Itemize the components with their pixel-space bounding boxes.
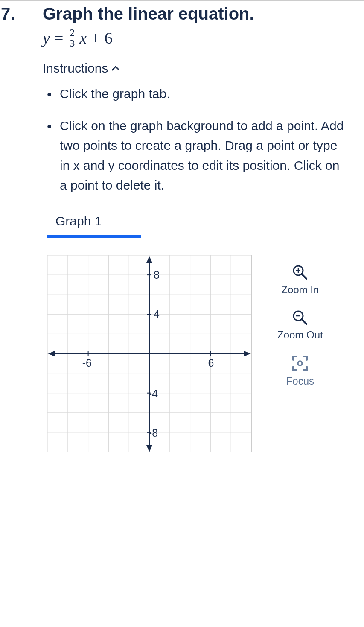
svg-marker-27 [244,350,250,356]
focus-icon [291,354,309,373]
tab-area: Graph 1 [47,210,347,238]
instructions-toggle[interactable]: Instructions [43,61,347,76]
question-number: 7. [0,3,43,24]
equation-equals: = [54,29,63,47]
zoom-in-icon [291,263,309,281]
svg-point-41 [298,361,302,365]
svg-line-35 [302,274,306,279]
svg-marker-26 [48,350,55,356]
instructions-header-label: Instructions [43,61,108,76]
tick-y-neg8: -8 [149,427,158,439]
tab-underline [47,235,141,238]
tick-y-8: 8 [154,268,160,280]
graph-row: 8 4 -4 -8 -6 6 [43,255,347,452]
zoom-in-button[interactable]: Zoom In [281,263,319,296]
graph-canvas[interactable]: 8 4 -4 -8 -6 6 [47,255,252,452]
instruction-item: Click the graph tab. [60,84,347,104]
zoom-out-icon [291,309,309,327]
instruction-item: Click on the graph background to add a p… [60,116,347,195]
instructions-list: Click the graph tab. Click on the graph … [43,84,347,195]
equation-constant: 6 [105,29,113,47]
content-area: Graph the linear equation. y = 2 3 x + 6… [43,3,355,452]
focus-label: Focus [286,375,314,387]
fraction-denominator: 3 [68,38,76,48]
zoom-in-label: Zoom In [281,284,319,296]
equation-lhs: y [43,29,50,47]
tab-graph-1[interactable]: Graph 1 [47,210,110,235]
chevron-up-icon [111,63,120,74]
graph-svg[interactable]: 8 4 -4 -8 -6 6 [47,255,252,452]
svg-line-39 [302,319,306,324]
zoom-out-button[interactable]: Zoom Out [277,309,323,341]
tick-y-4: 4 [154,308,160,320]
equation-variable: x [79,29,87,47]
question-title: Graph the linear equation. [43,3,347,24]
equation-fraction: 2 3 [68,27,76,48]
svg-marker-25 [146,445,152,452]
tick-x-6: 6 [208,356,214,368]
equation-plus: + [91,29,100,47]
svg-marker-24 [146,256,152,262]
focus-button[interactable]: Focus [286,354,314,387]
graph-controls: Zoom In Zoom Out [277,255,323,387]
fraction-numerator: 2 [68,27,76,38]
question-container: 7. Graph the linear equation. y = 2 3 x … [0,1,364,452]
tick-x-neg6: -6 [82,356,92,368]
equation: y = 2 3 x + 6 [43,27,347,48]
question-row: 7. Graph the linear equation. y = 2 3 x … [0,1,355,452]
zoom-out-label: Zoom Out [277,329,323,341]
